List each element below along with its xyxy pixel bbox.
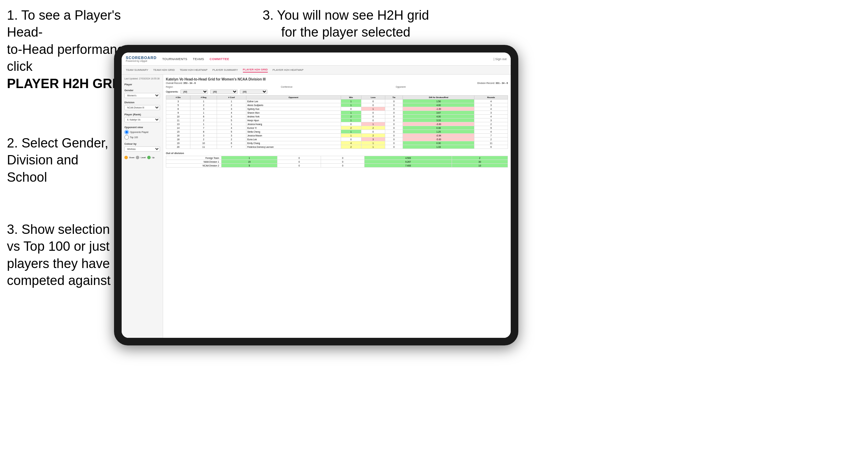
cell-loss: 0 <box>361 118 385 122</box>
cell-diff: 1.25 <box>403 130 474 134</box>
h2h-table: # Div # Reg # Conf Opponent Win Loss Tie… <box>166 95 508 149</box>
sidebar-division-select[interactable]: NCAA Division III <box>124 105 160 110</box>
cell-tie: 0 <box>385 134 403 137</box>
table-row: 18 2 2 Euna Lee 0 3 0 -5.00 2 <box>166 137 508 141</box>
instruction-bold: PLAYER H2H GRID <box>7 76 125 91</box>
col-rounds: Rounds <box>474 96 508 99</box>
cell-out-win: 5 <box>221 164 277 168</box>
cell-win: 1 <box>341 130 361 134</box>
table-row: 13 1 1 Jessica Huang 0 1 0 -3.00 2 <box>166 122 508 126</box>
col-reg: # Reg <box>190 96 217 99</box>
cell-rounds: 6 <box>474 145 508 149</box>
cell-opponent: Euna Lee <box>246 137 341 141</box>
cell-conf: 4 <box>217 111 246 115</box>
logo-sub-text: Powered by clippd <box>126 60 157 63</box>
cell-rounds: 3 <box>474 103 508 107</box>
cell-reg: 10 <box>190 141 217 145</box>
instruction-line1: 1. To see a Player's Head- <box>7 8 121 39</box>
subnav-team-h2h-grid[interactable]: TEAM H2H GRID <box>153 68 175 72</box>
subnav-team-summary[interactable]: TEAM SUMMARY <box>126 68 148 72</box>
cell-rounds: 4 <box>474 130 508 134</box>
cell-out-diff: 7.400 <box>365 164 452 168</box>
sidebar-opponent-radio-top100[interactable]: Top 100 <box>124 135 160 140</box>
opponents-select[interactable]: (All) <box>180 89 208 94</box>
cell-rounds: 2 <box>474 137 508 141</box>
cell-opponent: Sydney Kuo <box>246 107 341 111</box>
cell-reg: 11 <box>190 145 217 149</box>
region-label: Region <box>166 86 278 88</box>
sidebar-player-rank-select[interactable]: 8. Katelyn Vo <box>124 117 160 122</box>
cell-reg: 1 <box>190 99 217 103</box>
subnav-team-h2h-heatmap[interactable]: TEAM H2H HEATMAP <box>180 68 208 72</box>
cell-conf: 5 <box>217 118 246 122</box>
cell-out-rounds: 10 <box>452 164 508 168</box>
cell-opponent: Heejo Hyun <box>246 118 341 122</box>
nav-tournaments[interactable]: TOURNAMENTS <box>162 57 187 61</box>
cell-tie: 0 <box>385 130 403 134</box>
nav-committee[interactable]: COMMITTEE <box>210 57 229 61</box>
cell-out-diff: 4.500 <box>365 156 452 160</box>
cell-conf: 2 <box>217 103 246 107</box>
cell-out-win: 15 <box>221 160 277 164</box>
cell-conf: 7 <box>217 145 246 149</box>
cell-reg: 2 <box>190 118 217 122</box>
sidebar-gender-label: Gender <box>124 89 160 92</box>
instruction-bottom-left: 3. Show selection vs Top 100 or just pla… <box>7 221 111 289</box>
cell-reg: 8 <box>190 130 217 134</box>
conference-select[interactable]: (All) <box>210 89 238 94</box>
instruction-top-right: 3. You will now see H2H gridfor the play… <box>263 7 429 41</box>
cell-diff: 3.33 <box>403 118 474 122</box>
tablet-screen: SCOREBOARD Powered by clippd TOURNAMENTS… <box>122 53 511 338</box>
cell-out-tie: 0 <box>321 160 365 164</box>
table-row: 5 2 2 Alexis Sudjianto 1 0 0 4.00 3 <box>166 103 508 107</box>
sidebar-radio-opponents-played[interactable] <box>124 130 129 134</box>
cell-win: 0 <box>341 137 361 141</box>
overall-record: Overall Record: 353 - 34 - 6 <box>166 82 196 84</box>
sidebar-radio-top100[interactable] <box>124 135 129 140</box>
sidebar-player-label: Player <box>124 83 160 86</box>
cell-reg: 1 <box>190 111 217 115</box>
cell-win: 1 <box>341 99 361 103</box>
sidebar-colour-select[interactable]: Win/loss <box>124 146 160 152</box>
col-tie: Tie <box>385 96 403 99</box>
cell-conf: 5 <box>217 130 246 134</box>
table-row: 19 10 6 Emily Chang 4 1 0 0.30 11 <box>166 141 508 145</box>
sign-out-link[interactable]: | Sign out <box>493 57 507 61</box>
opponent-filter: Opponent <box>396 86 508 88</box>
cell-out-name: NCAA Division 2 <box>166 164 221 168</box>
cell-opponent: Jessica Huang <box>246 122 341 126</box>
instruction-bottom-line1: 3. Show selection <box>7 222 110 237</box>
cell-loss: 2 <box>361 126 385 130</box>
instruction-bottom-line2: vs Top 100 or just <box>7 239 110 254</box>
main-content: Last Updated: 27/03/2024 16:55:38 Player… <box>122 75 511 338</box>
subnav-player-h2h-heatmap[interactable]: PLAYER H2H HEATMAP <box>273 68 304 72</box>
cell-conf: 1 <box>217 122 246 126</box>
nav-teams[interactable]: TEAMS <box>193 57 204 61</box>
subnav-player-h2h-grid[interactable]: PLAYER H2H GRID <box>243 67 268 73</box>
cell-conf: 6 <box>217 141 246 145</box>
cell-div: 15 <box>166 130 190 134</box>
cell-opponent: Stella Cheng <box>246 130 341 134</box>
cell-loss: 1 <box>361 107 385 111</box>
cell-rounds: 3 <box>474 118 508 122</box>
cell-opponent: Andrea York <box>246 115 341 118</box>
cell-div: 5 <box>166 103 190 107</box>
sidebar-player-rank-section: Player (Rank) 8. Katelyn Vo <box>124 113 160 122</box>
cell-rounds: 3 <box>474 111 508 115</box>
legend-down-label: Down <box>129 156 134 159</box>
cell-diff: 0.38 <box>403 126 474 130</box>
data-area: Katelyn Vo Head-to-Head Grid for Women's… <box>163 75 511 338</box>
cell-win: 2 <box>341 145 361 149</box>
instruction-mid-line1: 2. Select Gender, <box>7 136 108 150</box>
cell-conf: 3 <box>217 134 246 137</box>
table-row: 10 6 3 Andrea York 2 0 0 4.00 4 <box>166 115 508 118</box>
legend-up-dot <box>147 156 151 159</box>
sidebar-opponent-radio-played[interactable]: Opponents Played <box>124 130 160 134</box>
col-win: Win <box>341 96 361 99</box>
legend-up-label: Up <box>152 156 155 159</box>
cell-opponent: Jessica Mason <box>246 134 341 137</box>
sidebar-gender-select[interactable]: Women's <box>124 93 160 98</box>
subnav-player-summary[interactable]: PLAYER SUMMARY <box>213 68 238 72</box>
grid-title: Katelyn Vo Head-to-Head Grid for Women's… <box>166 77 508 81</box>
opponent-filter-select[interactable]: (All) <box>240 89 267 94</box>
